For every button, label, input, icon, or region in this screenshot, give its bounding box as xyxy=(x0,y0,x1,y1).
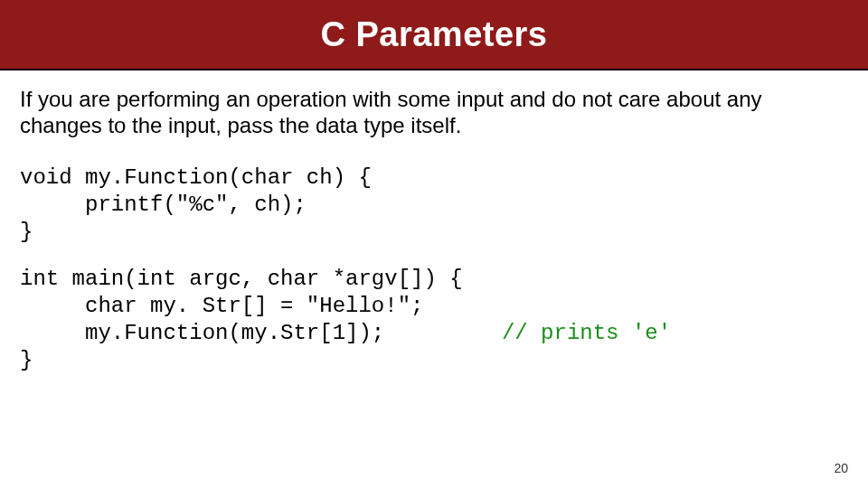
page-number: 20 xyxy=(834,461,848,475)
code-block-2: int main(int argc, char *argv[]) { char … xyxy=(20,266,848,374)
slide-body: If you are performing an operation with … xyxy=(0,70,868,374)
code-comment: // prints 'e' xyxy=(502,321,671,345)
slide-title: C Parameters xyxy=(320,15,547,54)
code-line: } xyxy=(20,348,33,372)
code-line: int main(int argc, char *argv[]) { char … xyxy=(20,267,502,345)
slide: C Parameters If you are performing an op… xyxy=(0,0,868,488)
code-block-1: void my.Function(char ch) { printf("%c",… xyxy=(20,164,848,246)
explanation-text: If you are performing an operation with … xyxy=(20,87,848,139)
title-bar: C Parameters xyxy=(0,0,868,70)
